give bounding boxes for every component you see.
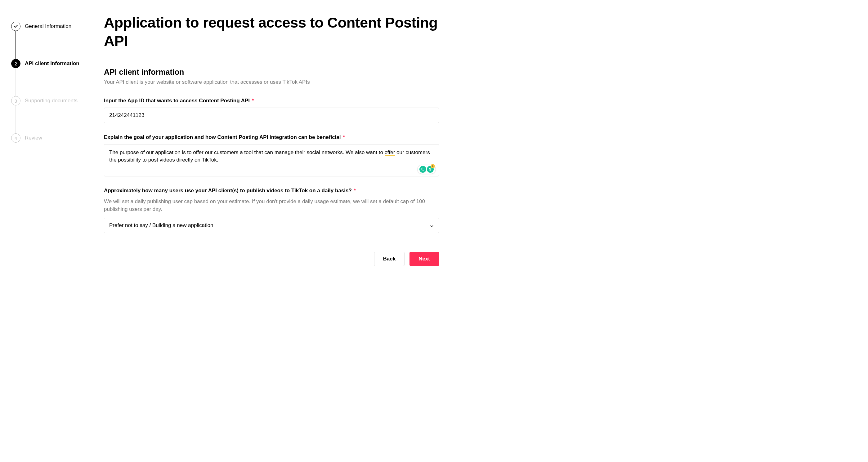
app-id-input[interactable] bbox=[104, 108, 439, 123]
step-general-information[interactable]: General Information bbox=[11, 22, 95, 31]
step-label: Review bbox=[25, 133, 42, 141]
goal-textarea[interactable]: The purpose of our application is to off… bbox=[104, 144, 439, 176]
step-connector bbox=[16, 31, 16, 59]
field-help-text: We will set a daily publishing user cap … bbox=[104, 198, 439, 213]
field-label: Explain the goal of your application and… bbox=[104, 134, 439, 140]
next-button[interactable]: Next bbox=[409, 252, 439, 266]
field-label: Input the App ID that wants to access Co… bbox=[104, 98, 439, 104]
suggestion-count: 1 bbox=[431, 164, 435, 168]
grammarly-icon: 1 bbox=[427, 166, 434, 173]
step-label: Supporting documents bbox=[25, 96, 78, 104]
main-content: Application to request access to Content… bbox=[104, 0, 458, 462]
field-app-id: Input the App ID that wants to access Co… bbox=[104, 98, 439, 123]
step-review[interactable]: 4 Review bbox=[11, 133, 95, 143]
label-text: Explain the goal of your application and… bbox=[104, 134, 341, 140]
step-connector bbox=[16, 68, 16, 96]
checkmark-icon bbox=[11, 22, 21, 31]
field-users: Approximately how many users use your AP… bbox=[104, 188, 439, 233]
footer-buttons: Back Next bbox=[104, 252, 439, 266]
grammarly-overlay[interactable]: 1 bbox=[417, 165, 436, 174]
field-label: Approximately how many users use your AP… bbox=[104, 188, 439, 194]
step-connector bbox=[16, 105, 16, 133]
step-number-icon: 4 bbox=[11, 133, 21, 143]
select-value: Prefer not to say / Building a new appli… bbox=[109, 222, 213, 229]
step-label: API client information bbox=[25, 59, 80, 67]
back-button[interactable]: Back bbox=[374, 252, 405, 266]
label-text: Approximately how many users use your AP… bbox=[104, 188, 352, 194]
field-goal: Explain the goal of your application and… bbox=[104, 134, 439, 176]
shield-icon bbox=[420, 166, 426, 173]
page-title: Application to request access to Content… bbox=[104, 14, 439, 50]
step-label: General Information bbox=[25, 22, 71, 30]
section-subtitle: Your API client is your website or softw… bbox=[104, 79, 439, 85]
label-text: Input the App ID that wants to access Co… bbox=[104, 98, 250, 104]
step-number-icon: 2 bbox=[11, 59, 21, 68]
section-title: API client information bbox=[104, 68, 439, 76]
users-select[interactable]: Prefer not to say / Building a new appli… bbox=[104, 218, 439, 233]
required-mark: * bbox=[343, 134, 345, 140]
step-api-client-information[interactable]: 2 API client information bbox=[11, 59, 95, 68]
step-number-icon: 3 bbox=[11, 96, 21, 105]
required-mark: * bbox=[354, 188, 356, 194]
highlighted-word: offer bbox=[385, 150, 395, 156]
step-supporting-documents[interactable]: 3 Supporting documents bbox=[11, 96, 95, 105]
step-sidebar: General Information 2 API client informa… bbox=[0, 0, 104, 462]
required-mark: * bbox=[252, 98, 254, 104]
